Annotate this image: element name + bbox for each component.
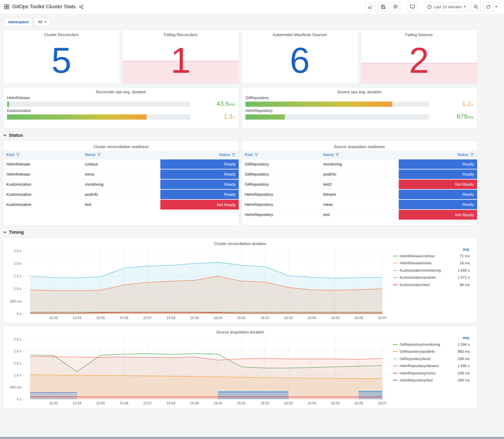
panel-title[interactable]: Source acquisition duration — [6, 328, 475, 334]
legend-item[interactable]: HelmRelease/contour71 ms — [393, 252, 470, 260]
name-cell: test — [320, 209, 399, 220]
name-cell: test — [82, 199, 160, 209]
filter-icon[interactable] — [254, 153, 258, 157]
legend-item[interactable]: HelmRelease/minio16 ms — [393, 260, 470, 267]
table-panel-source-readiness: Source acquisition readiness Kind Name S… — [241, 140, 477, 225]
panel-title[interactable]: Cluster Reconcilers — [3, 30, 120, 37]
dashboard-grid-icon[interactable] — [4, 4, 9, 9]
svg-text:15:59: 15:59 — [190, 401, 199, 405]
table-row: HelmReleaseminioReady — [3, 169, 239, 179]
svg-text:15:56: 15:56 — [120, 316, 128, 320]
table-row: HelmRepositorybitnamiReady — [242, 189, 477, 199]
svg-text:2.0 s: 2.0 s — [14, 349, 21, 353]
gauge-fill — [246, 101, 392, 107]
variable-label-namespace[interactable]: namespace — [4, 18, 32, 26]
panel-title[interactable]: Failing Sources — [361, 30, 477, 37]
panel-title[interactable]: Failing Reconcilers — [123, 30, 239, 37]
panel-title[interactable]: Cluster reconciliation duration — [6, 239, 475, 246]
series-avg-value: 338 ms — [455, 357, 470, 361]
legend-item[interactable]: HelmRepository/test289 ms — [393, 377, 470, 384]
status-cell: Not Ready — [399, 209, 477, 220]
stat-value: 5 — [3, 38, 120, 82]
refresh-icon — [486, 4, 490, 9]
series-avg-value: 84 ms — [455, 283, 470, 287]
status-cell: Not Ready — [160, 199, 239, 209]
clock-icon — [427, 4, 432, 9]
panel-title[interactable]: Source acquisition readiness — [242, 142, 477, 149]
svg-text:15:58: 15:58 — [166, 401, 175, 405]
series-name: HelmRepository/bitnami — [400, 364, 455, 368]
gauge-track — [7, 114, 191, 120]
section-timing[interactable]: Timing — [3, 230, 477, 235]
series-color-dash — [393, 359, 397, 359]
column-header-kind[interactable]: Kind — [242, 150, 320, 159]
column-header-status[interactable]: Status — [160, 150, 239, 159]
zoom-out-button[interactable] — [471, 2, 481, 11]
chart-legend: avgGitRepository/monitoring1.594 sGitRep… — [393, 334, 472, 408]
column-header-kind[interactable]: Kind — [3, 150, 82, 159]
kind-cell: GitRepository — [242, 159, 320, 169]
legend-item[interactable]: GitRepository/test2338 ms — [393, 355, 470, 362]
panel-title[interactable]: Cluster reconciliation readiness — [3, 142, 239, 149]
add-panel-button[interactable] — [365, 2, 376, 11]
svg-text:500 ms: 500 ms — [10, 385, 21, 389]
variable-value-dropdown[interactable]: All — [34, 18, 50, 26]
series-name: GitRepository/test2 — [400, 357, 455, 361]
name-cell: minio — [320, 199, 399, 209]
gauge-track — [7, 101, 191, 107]
filter-icon[interactable] — [232, 153, 236, 157]
tv-mode-button[interactable] — [408, 2, 418, 11]
legend-item[interactable]: GitRepository/podinfo980 ms — [393, 348, 470, 355]
legend-item[interactable]: HelmRepository/minio108 ms — [393, 370, 470, 377]
gear-icon: ⚙ — [393, 4, 398, 10]
time-range-label: Last 15 minutes — [434, 4, 462, 9]
svg-text:16:07: 16:07 — [378, 316, 387, 320]
svg-text:16:04: 16:04 — [307, 401, 316, 405]
gauge-fill — [7, 114, 147, 120]
section-status[interactable]: Status — [3, 133, 477, 138]
kind-cell: HelmRepository — [242, 189, 320, 199]
time-series-plot[interactable]: 0 s500 ms1.0 s1.5 s2.0 s2.5 s15:5315:541… — [6, 334, 393, 408]
filter-icon[interactable] — [16, 153, 20, 157]
svg-text:16:07: 16:07 — [378, 401, 387, 405]
refresh-button[interactable] — [483, 2, 493, 11]
column-header-status[interactable]: Status — [399, 150, 477, 159]
legend-item[interactable]: Kustomization/podinfo1.071 s — [393, 274, 470, 281]
legend-item[interactable]: HelmRepository/bitnami1.695 s — [393, 362, 470, 370]
save-dashboard-button[interactable] — [378, 2, 388, 11]
time-range-picker[interactable]: Last 15 minutes — [425, 2, 468, 11]
filter-icon[interactable] — [335, 153, 339, 157]
column-header-name[interactable]: Name — [320, 150, 399, 159]
svg-text:16:01: 16:01 — [237, 316, 246, 320]
svg-text:16:03: 16:03 — [284, 401, 293, 405]
tables-row: Cluster reconciliation readiness Kind Na… — [3, 140, 477, 225]
kind-cell: HelmRelease — [3, 169, 82, 179]
kind-cell: Kustomization — [3, 199, 82, 209]
name-cell: contour — [82, 159, 160, 169]
dashboard-settings-button[interactable]: ⚙ — [391, 2, 400, 11]
filter-icon[interactable] — [97, 153, 101, 157]
legend-avg-header[interactable]: avg — [393, 336, 469, 340]
stat-panel-cluster-reconcilers: Cluster Reconcilers 5 — [3, 30, 120, 84]
gauge-track — [246, 101, 429, 107]
svg-text:15:59: 15:59 — [190, 316, 199, 320]
time-series-plot[interactable]: 0 s500 ms1.0 s1.5 s2.0 s2.5 s15:5315:541… — [6, 246, 393, 322]
panel-title[interactable]: Reconciler ops avg. duration — [7, 87, 235, 94]
legend-item[interactable]: GitRepository/monitoring1.594 s — [393, 341, 470, 348]
refresh-interval-dropdown[interactable] — [493, 2, 500, 11]
zoom-out-icon — [474, 4, 478, 9]
column-header-name[interactable]: Name — [82, 150, 160, 159]
share-icon[interactable] — [79, 4, 83, 9]
legend-item[interactable]: Kustomization/test84 ms — [393, 281, 470, 288]
panel-title[interactable]: Kubernetes Manifests Sources — [242, 30, 358, 37]
panel-title[interactable]: Source ops avg. duration — [246, 87, 473, 94]
filter-icon[interactable] — [470, 153, 474, 157]
svg-text:1.0 s: 1.0 s — [14, 373, 21, 377]
monitor-icon — [410, 5, 415, 9]
svg-text:15:56: 15:56 — [120, 401, 128, 405]
legend-avg-header[interactable]: avg — [393, 247, 469, 251]
legend-item[interactable]: Kustomization/monitoring1.605 s — [393, 267, 470, 274]
kind-cell: Kustomization — [3, 179, 82, 189]
table-row: HelmRepositorytestNot Ready — [242, 209, 477, 220]
kind-cell: HelmRelease — [3, 159, 82, 169]
